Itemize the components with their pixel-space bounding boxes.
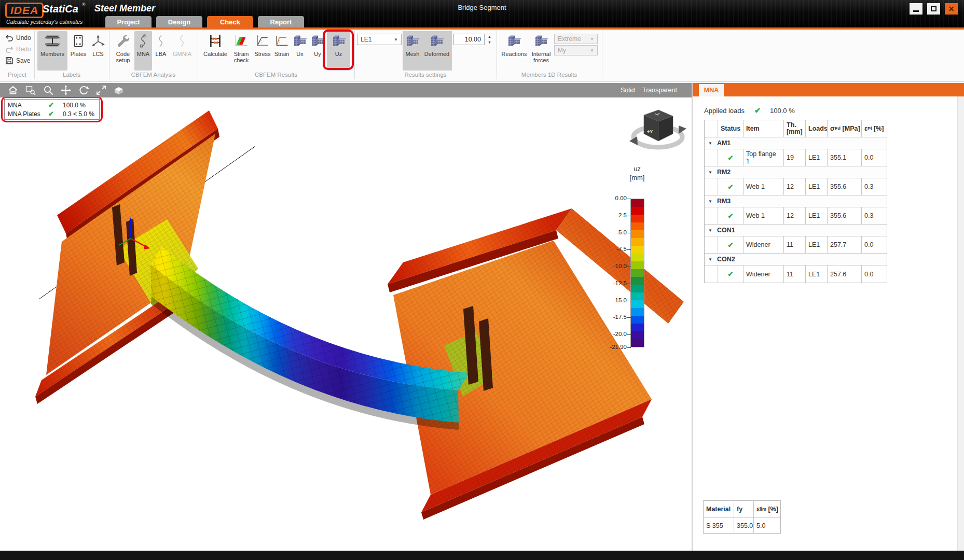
viewport-toolbar: Solid Transparent	[0, 83, 692, 97]
legend-color-band	[631, 207, 644, 215]
ribbon: Undo Redo Save Project Members Plates LC…	[0, 30, 964, 82]
uz-button[interactable]: Uz	[327, 31, 350, 71]
group-row-con1[interactable]: ▼ CON1	[705, 225, 887, 236]
tab-check[interactable]: Check	[207, 16, 253, 27]
group-row-rm3[interactable]: ▼ RM3	[705, 195, 887, 207]
deformed-scale-stepper[interactable]: ▲ ▼	[486, 34, 493, 45]
legend-tick-label: -20.0	[602, 331, 627, 337]
plate-results-table: Status Item Th. [mm] Loads σEd [MPa] εPl…	[704, 120, 887, 283]
uz-icon	[331, 32, 347, 50]
model-viewport[interactable]: +Y MNA ✔ 100.0 % MNA Plates ✔ 0.3 < 5.0 …	[0, 97, 692, 551]
plates-button[interactable]: Plates	[68, 31, 88, 71]
save-button[interactable]: Save	[5, 55, 30, 66]
stress-button[interactable]: Stress	[253, 31, 272, 71]
check-icon: ✔	[48, 101, 63, 109]
uy-button[interactable]: Uy	[309, 31, 326, 71]
collapse-chevron-icon[interactable]: ▼	[708, 257, 712, 262]
view-cube[interactable]: +Y	[629, 110, 686, 147]
legend-color-band	[631, 277, 644, 285]
bottom-bar	[0, 551, 964, 560]
idea-logo: IDEA	[5, 3, 44, 18]
gmnia-button[interactable]: GMNIA	[169, 31, 195, 71]
rotate-button[interactable]	[75, 84, 92, 96]
undo-label: Undo	[16, 34, 31, 41]
ux-button[interactable]: Ux	[291, 31, 309, 71]
members-button[interactable]: Members	[37, 31, 67, 71]
chevron-down-icon: ▼	[590, 48, 594, 53]
left-girder[interactable]	[35, 110, 219, 404]
applied-loads-value: 100.0 %	[770, 107, 795, 115]
internal-forces-button[interactable]: Internal forces	[529, 31, 553, 71]
mna-button[interactable]: MNA	[134, 31, 152, 71]
header-loads: Loads	[806, 120, 828, 137]
result-row[interactable]: ✔ Widener 11 LE1 257.7 0.0	[705, 236, 887, 254]
reactions-button[interactable]: Reactions	[500, 31, 529, 71]
mna-icon	[136, 32, 150, 50]
redo-button[interactable]: Redo	[5, 44, 31, 54]
tagline: Calculate yesterday's estimates	[6, 19, 82, 25]
load-effect-select[interactable]: LE1 ▼	[357, 34, 402, 45]
home-view-button[interactable]	[4, 84, 22, 96]
tab-report[interactable]: Report	[258, 16, 304, 27]
mesh-button[interactable]: Mesh	[403, 31, 422, 71]
ribbon-separator	[602, 31, 602, 79]
tab-design[interactable]: Design	[156, 16, 202, 27]
group-row-con2[interactable]: ▼ CON2	[705, 254, 887, 265]
chevron-down-icon: ▼	[394, 37, 398, 42]
strain-check-button[interactable]: Strain check	[230, 31, 252, 71]
undo-icon	[5, 34, 13, 42]
lba-button[interactable]: LBA	[153, 31, 169, 71]
close-button[interactable]: ✕	[945, 3, 958, 15]
extreme-select[interactable]: Extreme ▼	[554, 34, 598, 44]
status-value: 0.3 < 5.0 %	[63, 110, 94, 118]
panel-scrollbar[interactable]	[957, 96, 964, 551]
panel-header-strip	[693, 83, 964, 96]
save-icon	[5, 57, 13, 65]
header-chevron-col	[705, 120, 718, 137]
strain-button[interactable]: Strain	[272, 31, 292, 71]
reactions-icon	[506, 32, 522, 50]
result-row[interactable]: ✔ Web 1 12 LE1 355.6 0.3	[705, 207, 887, 225]
check-icon: ✔	[728, 241, 734, 249]
legend-tick-label: -2.5	[602, 212, 627, 218]
legend-tick-label: 0.00	[602, 195, 627, 201]
lcs-icon	[91, 32, 105, 50]
code-setup-button[interactable]: Code setup	[112, 31, 134, 71]
deformed-icon	[429, 32, 445, 50]
result-row[interactable]: ✔ Widener 11 LE1 257.6 0.0	[705, 265, 887, 283]
result-row[interactable]: ✔ Top flange 1 19 LE1 355.1 0.0	[705, 149, 887, 166]
my-select[interactable]: My ▼	[554, 45, 598, 55]
minimize-button[interactable]	[910, 3, 922, 15]
transparent-mode-button[interactable]: Transparent	[642, 83, 677, 97]
zoom-window-button[interactable]	[22, 84, 39, 96]
tab-project[interactable]: Project	[105, 16, 152, 27]
deformed-scale-input[interactable]: 10.00	[453, 34, 485, 45]
collapse-chevron-icon[interactable]: ▼	[708, 170, 712, 175]
collapse-chevron-icon[interactable]: ▼	[708, 228, 712, 233]
zoom-button[interactable]	[39, 84, 57, 96]
pan-button[interactable]	[57, 84, 75, 96]
collapse-chevron-icon[interactable]: ▼	[708, 141, 712, 146]
legend-title: uz	[622, 165, 653, 173]
panel-tab-mna[interactable]: MNA	[699, 84, 724, 96]
clipping-box-button[interactable]	[110, 84, 128, 96]
ux-icon	[292, 32, 308, 50]
check-icon: ✔	[48, 110, 63, 118]
result-row[interactable]: ✔ Web 1 12 LE1 355.6 0.3	[705, 178, 887, 195]
deformed-button[interactable]: Deformed	[422, 31, 451, 71]
undo-button[interactable]: Undo	[5, 33, 31, 43]
group-row-am1[interactable]: ▼ AM1	[705, 137, 887, 149]
group-row-rm2[interactable]: ▼ RM2	[705, 166, 887, 178]
legend-tick-mark	[627, 301, 631, 301]
solid-mode-button[interactable]: Solid	[621, 83, 635, 97]
header-eps: εPl [%]	[862, 120, 887, 137]
redo-icon	[5, 45, 13, 53]
material-data-row[interactable]: S 355 355.0 5.0	[704, 518, 780, 533]
check-icon: ✔	[728, 270, 734, 278]
calculate-button[interactable]: Calculate	[201, 31, 229, 71]
lcs-button[interactable]: LCS	[89, 31, 107, 71]
zoom-fit-button[interactable]	[92, 84, 110, 96]
collapse-chevron-icon[interactable]: ▼	[708, 199, 712, 204]
model-3d-scene[interactable]: +Y	[0, 97, 692, 551]
maximize-button[interactable]	[927, 3, 940, 15]
